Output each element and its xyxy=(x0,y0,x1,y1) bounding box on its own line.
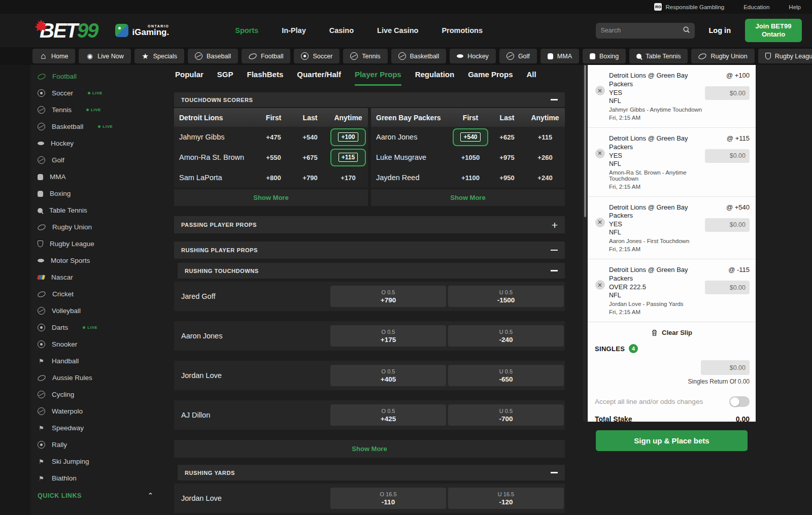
collapse-icon[interactable] xyxy=(551,99,558,100)
anytime-td-odds[interactable]: +115 xyxy=(328,149,368,166)
over-odds-button[interactable]: O 0.5 +790 xyxy=(330,286,446,307)
responsible-gambling-link[interactable]: RG Responsible Gambling xyxy=(654,3,724,11)
nav-item[interactable]: Sports xyxy=(235,26,258,35)
sidebar-sport-item[interactable]: Darts LIVE xyxy=(30,319,174,336)
sidebar-sport-item[interactable]: Basketball LIVE xyxy=(30,118,174,135)
last-td-odds[interactable]: +790 xyxy=(292,174,328,182)
remove-selection-button[interactable]: ✕ xyxy=(591,203,609,253)
help-link[interactable]: Help xyxy=(789,4,801,10)
stake-input[interactable]: $0.00 xyxy=(705,281,750,294)
sidebar-sport-item[interactable]: Boxing LIVE xyxy=(30,185,174,202)
collapse-icon[interactable] xyxy=(551,472,558,473)
sport-chip[interactable]: Tennis xyxy=(343,49,387,63)
sidebar-sport-item[interactable]: Aussie Rules LIVE xyxy=(30,369,174,386)
sport-chip[interactable]: Table Tennis xyxy=(629,49,688,63)
show-more-packers[interactable]: Show More xyxy=(371,189,565,206)
rushing-yards-header[interactable]: RUSHING YARDS xyxy=(178,465,565,480)
under-odds-button[interactable]: U 0.5 -1500 xyxy=(448,286,564,307)
anytime-td-odds[interactable]: +260 xyxy=(525,154,565,161)
sidebar-sport-item[interactable]: Rugby Union LIVE xyxy=(30,219,174,235)
under-odds-button[interactable]: U 0.5 -700 xyxy=(448,404,564,426)
stake-input[interactable]: $0.00 xyxy=(705,86,750,100)
anytime-td-odds[interactable]: +240 xyxy=(525,174,565,182)
sidebar-sport-item[interactable]: Hockey LIVE xyxy=(30,135,174,152)
sport-chip[interactable]: Specials xyxy=(134,49,184,63)
over-odds-button[interactable]: O 0.5 +175 xyxy=(330,325,446,347)
sidebar-sport-item[interactable]: Golf LIVE xyxy=(30,152,174,168)
anytime-td-odds[interactable]: +100 xyxy=(328,128,368,146)
sport-chip[interactable]: Rugby League xyxy=(758,49,812,63)
sidebar-sport-item[interactable]: Tennis LIVE xyxy=(30,101,174,118)
over-odds-button[interactable]: O 0.5 +405 xyxy=(330,365,446,386)
market-tab[interactable]: Player Props xyxy=(355,70,401,86)
sport-chip[interactable]: MMA xyxy=(540,49,579,63)
last-td-odds[interactable]: +975 xyxy=(489,154,525,161)
over-odds-button[interactable]: O 0.5 +425 xyxy=(330,404,446,426)
stake-input[interactable]: $0.00 xyxy=(705,218,750,232)
sidebar-sport-item[interactable]: Handball LIVE xyxy=(30,353,174,369)
market-tab[interactable]: FlashBets xyxy=(247,70,284,86)
first-td-odds[interactable]: +475 xyxy=(255,133,292,141)
anytime-td-odds[interactable]: +170 xyxy=(328,174,368,182)
sidebar-sport-item[interactable]: Waterpolo LIVE xyxy=(30,403,174,420)
sidebar-sport-item[interactable]: Snooker LIVE xyxy=(30,336,174,353)
education-link[interactable]: Education xyxy=(743,4,769,10)
under-odds-button[interactable]: U 0.5 -240 xyxy=(448,325,564,347)
first-td-odds[interactable]: +550 xyxy=(255,154,292,161)
rushing-props-header[interactable]: RUSHING PLAYER PROPS xyxy=(174,242,565,259)
sidebar-sport-item[interactable]: Volleyball LIVE xyxy=(30,302,174,319)
over-odds-button[interactable]: O 16.5 -110 xyxy=(330,488,446,509)
last-td-odds[interactable]: +950 xyxy=(489,174,525,182)
sport-chip[interactable]: Soccer xyxy=(294,49,340,63)
market-tab[interactable]: All xyxy=(527,70,536,86)
nav-item[interactable]: Live Casino xyxy=(377,26,418,35)
market-tab[interactable]: Regulation xyxy=(415,70,455,86)
remove-selection-button[interactable]: ✕ xyxy=(591,134,609,190)
search-input[interactable] xyxy=(601,27,683,34)
quick-links-header[interactable]: QUICK LINKS ⌃ xyxy=(30,492,174,499)
sidebar-sport-item[interactable]: Nascar LIVE xyxy=(30,269,174,286)
singles-stake-input[interactable]: $0.00 xyxy=(701,360,750,375)
sidebar-sport-item[interactable]: Motor Sports LIVE xyxy=(30,252,174,269)
touchdown-scorers-header[interactable]: TOUCHDOWN SCORERS xyxy=(174,92,565,107)
market-tab[interactable]: Quarter/Half xyxy=(297,70,341,86)
sport-chip[interactable]: Golf xyxy=(499,49,537,63)
first-td-odds[interactable]: +1100 xyxy=(452,174,489,182)
search-box[interactable] xyxy=(596,23,695,39)
sport-chip[interactable]: Baseball xyxy=(188,49,238,63)
first-td-odds[interactable]: +1050 xyxy=(452,154,489,161)
first-td-odds[interactable]: +540 xyxy=(452,128,489,146)
show-more-lions[interactable]: Show More xyxy=(174,189,368,206)
under-odds-button[interactable]: U 0.5 -650 xyxy=(448,365,564,386)
anytime-td-odds[interactable]: +115 xyxy=(525,133,565,141)
sidebar-sport-item[interactable]: Biathlon LIVE xyxy=(30,470,174,487)
sport-chip[interactable]: Hockey xyxy=(450,49,496,63)
betslip-scrollbar[interactable] xyxy=(583,65,587,422)
bet99-logo[interactable]: BET 99 xyxy=(40,20,98,41)
expand-icon[interactable]: + xyxy=(552,220,558,230)
show-more-rushing[interactable]: Show More xyxy=(174,440,565,458)
collapse-icon[interactable] xyxy=(551,250,558,251)
sport-chip[interactable]: Football xyxy=(242,49,290,63)
login-button[interactable]: Log in xyxy=(709,26,731,35)
sidebar-sport-item[interactable]: Table Tennis LIVE xyxy=(30,202,174,219)
stake-input[interactable]: $0.00 xyxy=(705,149,750,163)
search-icon[interactable] xyxy=(683,26,690,36)
sport-chip[interactable]: Live Now xyxy=(79,49,130,63)
nav-item[interactable]: Promotions xyxy=(442,26,483,35)
sidebar-sport-item[interactable]: Football LIVE xyxy=(30,68,174,85)
sidebar-sport-item[interactable]: Soccer LIVE xyxy=(30,85,174,101)
sport-chip[interactable]: Boxing xyxy=(583,49,626,63)
remove-selection-button[interactable]: ✕ xyxy=(591,72,609,121)
clear-slip-button[interactable]: Clear Slip xyxy=(588,322,756,343)
nav-item[interactable]: In-Play xyxy=(282,26,306,35)
accept-changes-toggle[interactable] xyxy=(729,396,750,407)
last-td-odds[interactable]: +625 xyxy=(489,133,525,141)
sport-chip[interactable]: Rugby Union xyxy=(691,49,754,63)
sidebar-sport-item[interactable]: Rugby League LIVE xyxy=(30,235,174,252)
sidebar-sport-item[interactable]: Cycling LIVE xyxy=(30,386,174,403)
under-odds-button[interactable]: U 16.5 -120 xyxy=(448,488,564,509)
nav-item[interactable]: Casino xyxy=(329,26,354,35)
sport-chip[interactable]: Basketball xyxy=(391,49,447,63)
collapse-icon[interactable] xyxy=(551,270,558,271)
